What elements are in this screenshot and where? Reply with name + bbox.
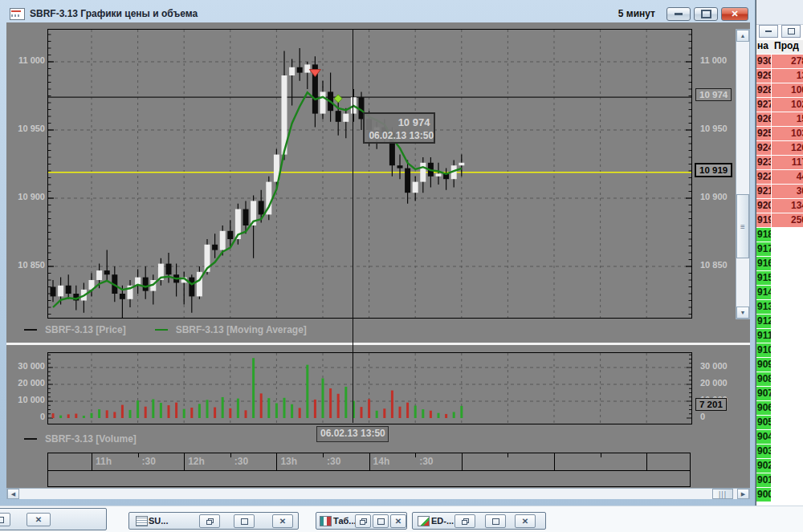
ask-column-header: Прод (771, 40, 803, 54)
bid-size-cell (771, 358, 803, 372)
time-axis-label: :30 (142, 456, 156, 467)
legend-item: SBRF-3.13 [Moving Average] (155, 324, 307, 335)
horizontal-scrollbar[interactable]: ◀ ▶ ||| (6, 488, 750, 499)
last-price-box: 10 919 (695, 163, 732, 177)
order-book-ask-row[interactable]: 92244 (756, 170, 803, 184)
tab-maximize-button[interactable] (485, 514, 506, 528)
order-book-bid-row[interactable]: 901 (756, 473, 803, 487)
time-axis-hour-divider (276, 453, 277, 470)
chart-window: SBRF-3.13 Графики цены и объема 5 минут … (0, 0, 756, 506)
ask-price-cell: 924 (756, 141, 771, 155)
order-book-ask-row[interactable]: 928100 (756, 83, 803, 97)
ask-size-cell: 102 (771, 98, 803, 112)
order-book-bid-row[interactable]: 917 (756, 242, 803, 256)
order-book-bid-row[interactable]: 913 (756, 300, 803, 314)
horizontal-scrollbar-thumb[interactable]: ||| (712, 489, 733, 499)
order-book-bid-row[interactable]: 902 (756, 459, 803, 473)
order-book-bid-row[interactable]: 915 (756, 271, 803, 285)
ask-size-cell: 30 (771, 185, 803, 198)
time-axis-label: 12h (188, 456, 205, 467)
minimize-icon (765, 30, 772, 32)
order-book-bid-row[interactable]: 904 (756, 430, 803, 444)
tab-maximize-button[interactable] (234, 514, 255, 528)
panel-maximize-button[interactable] (781, 25, 801, 38)
taskbar-tab-ed[interactable]: ED-...✕ (412, 512, 546, 530)
window-title: SBRF-3.13 Графики цены и объема (30, 8, 198, 19)
price-axis-tick-label: 11 000 (8, 55, 45, 65)
bid-price-cell: 916 (756, 257, 771, 270)
legend-item: SBRF-3.13 [Volume] (24, 433, 137, 445)
bid-price-cell: 906 (756, 401, 771, 415)
minimize-button[interactable] (666, 7, 691, 21)
maximize-icon (701, 10, 711, 18)
panel-minimize-button[interactable] (759, 25, 778, 38)
order-book-ask-row[interactable]: 919250 (756, 213, 803, 227)
scroll-down-button[interactable]: ▼ (736, 307, 749, 319)
order-book-bid-row[interactable]: 910 (756, 343, 803, 357)
scroll-up-button[interactable]: ▲ (736, 30, 749, 42)
tab-maximize-button[interactable] (373, 514, 389, 528)
volume-chart-plot[interactable] (47, 352, 692, 424)
time-axis-half-hour-tick (415, 453, 416, 457)
order-book-ask-row[interactable]: 927102 (756, 98, 803, 112)
ask-price-cell: 923 (756, 156, 771, 169)
order-book-bid-row[interactable]: 918 (756, 228, 803, 242)
crosshair-vertical-line (353, 29, 353, 423)
order-book-bid-row[interactable]: 909 (756, 358, 803, 372)
crosshair-datetime-value: 06.02.13 13:50 (369, 130, 430, 141)
volume-axis-tick-label-right: 30 000 (700, 361, 728, 371)
ask-size-cell: 126 (771, 141, 803, 155)
tab-close-button[interactable]: ✕ (26, 513, 51, 526)
order-book-bid-row[interactable]: 900 (756, 488, 803, 502)
order-book-ask-row[interactable]: 92913 (756, 69, 803, 83)
time-axis-half-hour-tick (138, 453, 139, 457)
order-book-ask-row[interactable]: 92130 (756, 185, 803, 198)
taskbar-tab-su[interactable]: SU...✕ (128, 512, 299, 530)
order-book-bid-row[interactable]: 914 (756, 286, 803, 299)
volume-chart-svg (48, 353, 691, 424)
order-book-ask-row[interactable]: 925103 (756, 127, 803, 140)
order-book-bid-row[interactable]: 911 (756, 329, 803, 343)
order-book-ask-row[interactable]: 923117 (756, 156, 803, 169)
price-chart-plot[interactable] (47, 29, 692, 319)
close-button[interactable]: ✕ (721, 7, 748, 21)
crosshair-time-tooltip: 06.02.13 13:50 (316, 426, 389, 442)
order-book-bid-row[interactable]: 906 (756, 401, 803, 415)
tab-restore-button[interactable] (355, 514, 371, 528)
scroll-right-button[interactable]: ▶ (737, 489, 749, 499)
tab-close-button[interactable]: ✕ (390, 514, 406, 528)
bid-size-cell (771, 459, 803, 473)
order-book-bid-row[interactable]: 903 (756, 445, 803, 458)
tab-restore-button[interactable] (454, 514, 475, 528)
legend-line-swatch (155, 329, 168, 331)
order-book-bid-row[interactable]: 912 (756, 315, 803, 328)
bid-price-cell: 913 (756, 300, 771, 314)
ask-size-cell: 13 (771, 69, 803, 83)
bid-price-cell: 917 (756, 242, 771, 256)
volume-axis-tick-label-right: 20 000 (700, 378, 728, 388)
order-book-bid-row[interactable]: 907 (756, 387, 803, 400)
order-book-bid-row[interactable]: 905 (756, 416, 803, 429)
maximize-button[interactable] (694, 7, 718, 21)
order-book-bid-row[interactable]: 916 (756, 257, 803, 270)
order-book-ask-row[interactable]: 920134 (756, 199, 803, 213)
order-book-ask-row[interactable]: 930278 (756, 55, 803, 68)
ask-size-cell: 134 (771, 199, 803, 213)
time-axis-half-hour-tick (323, 453, 324, 457)
tab-maximize-button[interactable] (0, 513, 10, 526)
tab-restore-button[interactable] (199, 514, 220, 528)
order-book-ask-row[interactable]: 924126 (756, 141, 803, 155)
vertical-scrollbar-thumb[interactable]: ≡ (736, 194, 749, 258)
current-volume-box: 7 201 (695, 398, 727, 411)
vertical-scrollbar[interactable]: ▲ ▼ ≡ (736, 29, 750, 319)
tab-close-button[interactable]: ✕ (515, 514, 536, 528)
scroll-left-button[interactable]: ◀ (7, 489, 19, 499)
tab-close-button[interactable]: ✕ (272, 514, 293, 528)
taskbar-tab-partial[interactable]: ✕ (0, 508, 107, 530)
time-axis-label: 13h (280, 456, 297, 467)
taskbar-tab-tab[interactable]: Таб...✕ (316, 512, 407, 530)
ask-price-cell: 930 (756, 55, 771, 68)
bid-price-cell: 909 (756, 358, 771, 372)
order-book-ask-row[interactable]: 92615 (756, 112, 803, 126)
order-book-bid-row[interactable]: 908 (756, 372, 803, 386)
